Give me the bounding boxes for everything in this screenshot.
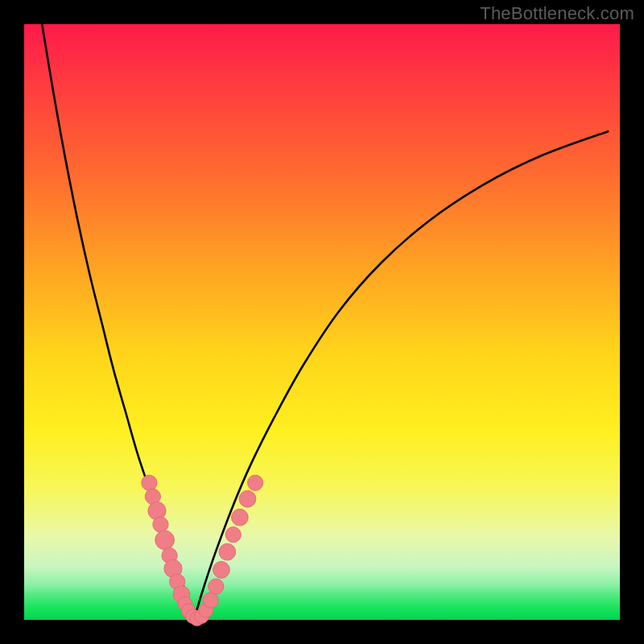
data-marker (219, 543, 236, 560)
data-marker (225, 527, 241, 543)
chart-frame: TheBottleneck.com (0, 0, 644, 644)
data-marker (155, 530, 175, 550)
curve-left-curve (42, 24, 194, 620)
curve-right-curve (194, 131, 608, 620)
data-marker (142, 475, 157, 490)
curve-layer (42, 24, 608, 620)
data-marker (203, 592, 218, 608)
watermark-text: TheBottleneck.com (480, 3, 634, 24)
data-marker (153, 517, 168, 532)
chart-svg (24, 24, 620, 620)
marker-layer (142, 475, 263, 625)
data-marker (213, 561, 230, 578)
data-marker (208, 579, 224, 594)
data-marker (248, 475, 263, 490)
data-marker (239, 490, 256, 507)
data-marker (232, 509, 249, 526)
plot-area (24, 24, 620, 620)
